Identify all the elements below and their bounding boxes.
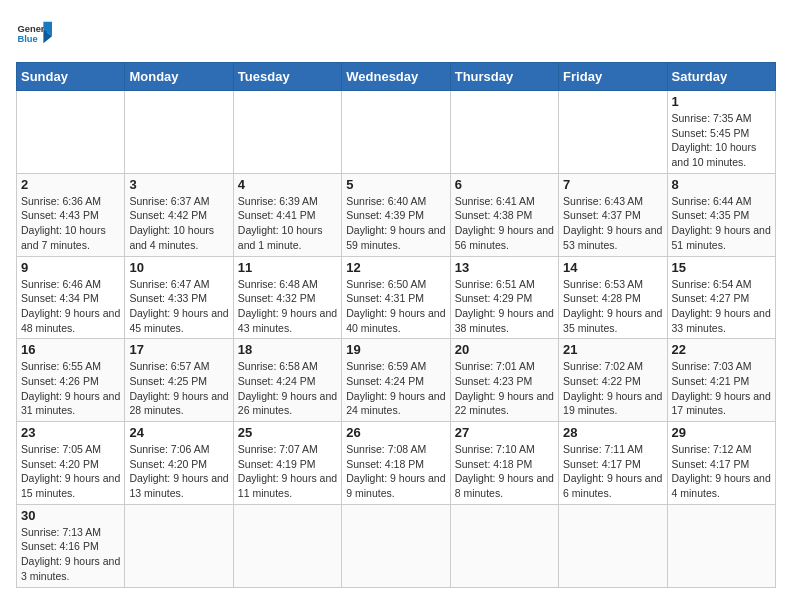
day-info: Sunrise: 7:13 AM Sunset: 4:16 PM Dayligh…: [21, 525, 120, 584]
calendar-week-row: 1Sunrise: 7:35 AM Sunset: 5:45 PM Daylig…: [17, 91, 776, 174]
day-info: Sunrise: 7:11 AM Sunset: 4:17 PM Dayligh…: [563, 442, 662, 501]
day-number: 20: [455, 342, 554, 357]
day-info: Sunrise: 6:51 AM Sunset: 4:29 PM Dayligh…: [455, 277, 554, 336]
day-number: 23: [21, 425, 120, 440]
weekday-header-row: SundayMondayTuesdayWednesdayThursdayFrid…: [17, 63, 776, 91]
calendar-cell: 30Sunrise: 7:13 AM Sunset: 4:16 PM Dayli…: [17, 504, 125, 587]
page-header: General Blue: [16, 16, 776, 52]
calendar-cell: [342, 91, 450, 174]
calendar-cell: 16Sunrise: 6:55 AM Sunset: 4:26 PM Dayli…: [17, 339, 125, 422]
day-info: Sunrise: 6:47 AM Sunset: 4:33 PM Dayligh…: [129, 277, 228, 336]
calendar-cell: 2Sunrise: 6:36 AM Sunset: 4:43 PM Daylig…: [17, 173, 125, 256]
calendar-cell: 9Sunrise: 6:46 AM Sunset: 4:34 PM Daylig…: [17, 256, 125, 339]
calendar-cell: 19Sunrise: 6:59 AM Sunset: 4:24 PM Dayli…: [342, 339, 450, 422]
day-info: Sunrise: 7:08 AM Sunset: 4:18 PM Dayligh…: [346, 442, 445, 501]
calendar-cell: [450, 91, 558, 174]
day-info: Sunrise: 6:53 AM Sunset: 4:28 PM Dayligh…: [563, 277, 662, 336]
calendar-cell: [667, 504, 775, 587]
weekday-header: Monday: [125, 63, 233, 91]
weekday-header: Saturday: [667, 63, 775, 91]
calendar-cell: 12Sunrise: 6:50 AM Sunset: 4:31 PM Dayli…: [342, 256, 450, 339]
calendar-cell: [450, 504, 558, 587]
calendar-cell: 18Sunrise: 6:58 AM Sunset: 4:24 PM Dayli…: [233, 339, 341, 422]
calendar-cell: 3Sunrise: 6:37 AM Sunset: 4:42 PM Daylig…: [125, 173, 233, 256]
calendar-cell: 5Sunrise: 6:40 AM Sunset: 4:39 PM Daylig…: [342, 173, 450, 256]
calendar-cell: 11Sunrise: 6:48 AM Sunset: 4:32 PM Dayli…: [233, 256, 341, 339]
calendar-week-row: 2Sunrise: 6:36 AM Sunset: 4:43 PM Daylig…: [17, 173, 776, 256]
calendar-week-row: 30Sunrise: 7:13 AM Sunset: 4:16 PM Dayli…: [17, 504, 776, 587]
weekday-header: Friday: [559, 63, 667, 91]
day-info: Sunrise: 7:07 AM Sunset: 4:19 PM Dayligh…: [238, 442, 337, 501]
calendar-cell: 28Sunrise: 7:11 AM Sunset: 4:17 PM Dayli…: [559, 422, 667, 505]
day-number: 19: [346, 342, 445, 357]
day-info: Sunrise: 7:01 AM Sunset: 4:23 PM Dayligh…: [455, 359, 554, 418]
day-number: 11: [238, 260, 337, 275]
day-info: Sunrise: 6:41 AM Sunset: 4:38 PM Dayligh…: [455, 194, 554, 253]
day-info: Sunrise: 7:10 AM Sunset: 4:18 PM Dayligh…: [455, 442, 554, 501]
calendar-cell: 21Sunrise: 7:02 AM Sunset: 4:22 PM Dayli…: [559, 339, 667, 422]
calendar-cell: 17Sunrise: 6:57 AM Sunset: 4:25 PM Dayli…: [125, 339, 233, 422]
day-info: Sunrise: 7:03 AM Sunset: 4:21 PM Dayligh…: [672, 359, 771, 418]
day-info: Sunrise: 7:06 AM Sunset: 4:20 PM Dayligh…: [129, 442, 228, 501]
logo: General Blue: [16, 16, 52, 52]
day-number: 21: [563, 342, 662, 357]
day-number: 15: [672, 260, 771, 275]
day-number: 17: [129, 342, 228, 357]
calendar-cell: [233, 91, 341, 174]
calendar-cell: 24Sunrise: 7:06 AM Sunset: 4:20 PM Dayli…: [125, 422, 233, 505]
day-number: 4: [238, 177, 337, 192]
calendar-cell: 14Sunrise: 6:53 AM Sunset: 4:28 PM Dayli…: [559, 256, 667, 339]
day-number: 18: [238, 342, 337, 357]
calendar-cell: 26Sunrise: 7:08 AM Sunset: 4:18 PM Dayli…: [342, 422, 450, 505]
calendar-cell: 15Sunrise: 6:54 AM Sunset: 4:27 PM Dayli…: [667, 256, 775, 339]
calendar-cell: 6Sunrise: 6:41 AM Sunset: 4:38 PM Daylig…: [450, 173, 558, 256]
calendar-cell: 10Sunrise: 6:47 AM Sunset: 4:33 PM Dayli…: [125, 256, 233, 339]
day-number: 24: [129, 425, 228, 440]
day-info: Sunrise: 6:48 AM Sunset: 4:32 PM Dayligh…: [238, 277, 337, 336]
calendar-cell: 23Sunrise: 7:05 AM Sunset: 4:20 PM Dayli…: [17, 422, 125, 505]
svg-text:Blue: Blue: [17, 34, 37, 44]
day-info: Sunrise: 6:50 AM Sunset: 4:31 PM Dayligh…: [346, 277, 445, 336]
calendar-week-row: 9Sunrise: 6:46 AM Sunset: 4:34 PM Daylig…: [17, 256, 776, 339]
day-number: 2: [21, 177, 120, 192]
day-info: Sunrise: 6:39 AM Sunset: 4:41 PM Dayligh…: [238, 194, 337, 253]
day-number: 10: [129, 260, 228, 275]
calendar-cell: 13Sunrise: 6:51 AM Sunset: 4:29 PM Dayli…: [450, 256, 558, 339]
calendar-cell: 20Sunrise: 7:01 AM Sunset: 4:23 PM Dayli…: [450, 339, 558, 422]
day-number: 13: [455, 260, 554, 275]
day-number: 22: [672, 342, 771, 357]
day-number: 12: [346, 260, 445, 275]
day-number: 5: [346, 177, 445, 192]
day-info: Sunrise: 6:46 AM Sunset: 4:34 PM Dayligh…: [21, 277, 120, 336]
calendar-cell: 22Sunrise: 7:03 AM Sunset: 4:21 PM Dayli…: [667, 339, 775, 422]
day-number: 28: [563, 425, 662, 440]
calendar-week-row: 16Sunrise: 6:55 AM Sunset: 4:26 PM Dayli…: [17, 339, 776, 422]
day-number: 30: [21, 508, 120, 523]
day-number: 6: [455, 177, 554, 192]
weekday-header: Tuesday: [233, 63, 341, 91]
calendar-cell: [559, 91, 667, 174]
day-number: 3: [129, 177, 228, 192]
day-number: 9: [21, 260, 120, 275]
day-number: 8: [672, 177, 771, 192]
day-info: Sunrise: 7:12 AM Sunset: 4:17 PM Dayligh…: [672, 442, 771, 501]
day-info: Sunrise: 6:54 AM Sunset: 4:27 PM Dayligh…: [672, 277, 771, 336]
day-number: 29: [672, 425, 771, 440]
calendar-cell: [342, 504, 450, 587]
weekday-header: Wednesday: [342, 63, 450, 91]
calendar-cell: 29Sunrise: 7:12 AM Sunset: 4:17 PM Dayli…: [667, 422, 775, 505]
day-info: Sunrise: 6:59 AM Sunset: 4:24 PM Dayligh…: [346, 359, 445, 418]
day-number: 1: [672, 94, 771, 109]
calendar-cell: [233, 504, 341, 587]
day-info: Sunrise: 7:05 AM Sunset: 4:20 PM Dayligh…: [21, 442, 120, 501]
calendar-cell: [125, 504, 233, 587]
calendar-week-row: 23Sunrise: 7:05 AM Sunset: 4:20 PM Dayli…: [17, 422, 776, 505]
day-info: Sunrise: 6:58 AM Sunset: 4:24 PM Dayligh…: [238, 359, 337, 418]
day-info: Sunrise: 6:40 AM Sunset: 4:39 PM Dayligh…: [346, 194, 445, 253]
calendar-cell: 1Sunrise: 7:35 AM Sunset: 5:45 PM Daylig…: [667, 91, 775, 174]
weekday-header: Sunday: [17, 63, 125, 91]
calendar-cell: [17, 91, 125, 174]
day-number: 14: [563, 260, 662, 275]
day-number: 27: [455, 425, 554, 440]
calendar-cell: [559, 504, 667, 587]
